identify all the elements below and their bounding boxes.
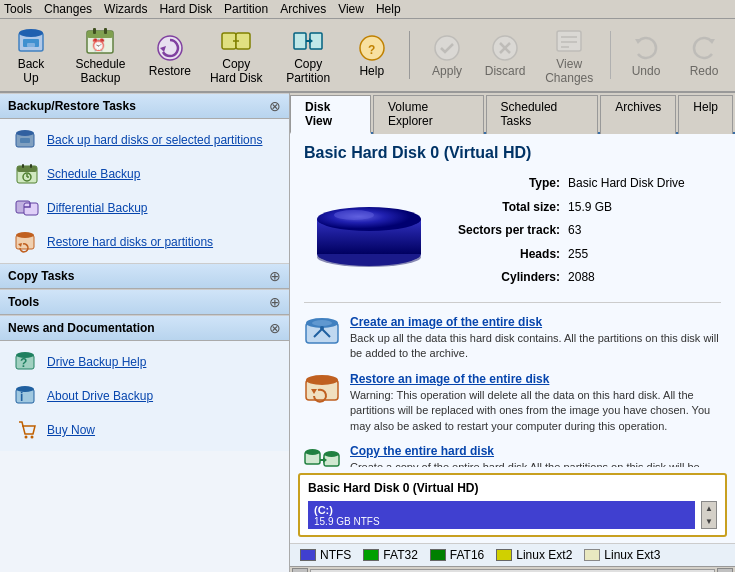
legend-linux-ext3-label: Linux Ext3 — [604, 548, 660, 562]
legend-ntfs: NTFS — [300, 548, 351, 562]
copy-tasks-section-header[interactable]: Copy Tasks ⊕ — [0, 263, 289, 289]
svg-rect-34 — [22, 164, 24, 168]
copy-hd-icon — [220, 25, 252, 57]
backup-restore-section-header[interactable]: Backup/Restore Tasks ⊗ — [0, 93, 289, 119]
restore-hd-item[interactable]: Restore hard disks or partitions — [0, 225, 289, 259]
disk-visual — [304, 189, 434, 272]
news-docs-content: ? Drive Backup Help i About Drive Backup… — [0, 341, 289, 451]
disk-info-area: Type: Basic Hard Disk Drive Total size: … — [304, 172, 721, 303]
toolbar-separator-2 — [610, 31, 611, 79]
buy-now-item[interactable]: Buy Now — [0, 413, 289, 447]
menu-wizards[interactable]: Wizards — [104, 2, 147, 16]
menu-changes[interactable]: Changes — [44, 2, 92, 16]
svg-point-56 — [334, 210, 374, 220]
differential-backup-icon — [15, 196, 39, 220]
svg-point-60 — [320, 326, 324, 330]
restore-image-action: Restore an image of the entire disk Warn… — [304, 372, 721, 434]
schedule-backup-button[interactable]: ⏰ Schedule Backup — [64, 23, 137, 87]
backup-restore-content: Back up hard disks or selected partition… — [0, 119, 289, 263]
svg-text:⏰: ⏰ — [91, 37, 106, 52]
drive-help-item[interactable]: ? Drive Backup Help — [0, 345, 289, 379]
about-icon: i — [15, 384, 39, 408]
differential-backup-item[interactable]: Differential Backup — [0, 191, 289, 225]
menu-partition[interactable]: Partition — [224, 2, 268, 16]
tab-archives[interactable]: Archives — [600, 95, 676, 134]
restore-image-desc: Warning: This operation will delete all … — [350, 389, 710, 432]
svg-point-30 — [16, 130, 34, 136]
partition-size: 15.9 GB NTFS — [314, 516, 380, 527]
tab-bar: Disk View Volume Explorer Scheduled Task… — [290, 93, 735, 134]
svg-point-19 — [435, 36, 459, 60]
total-size-value: 15.9 GB — [564, 196, 689, 220]
restore-image-link[interactable]: Restore an image of the entire disk — [350, 372, 721, 386]
menu-archives[interactable]: Archives — [280, 2, 326, 16]
copy-disk-icon — [304, 444, 340, 467]
create-image-link[interactable]: Create an image of the entire disk — [350, 315, 721, 329]
scroll-track[interactable] — [310, 569, 715, 573]
svg-rect-35 — [30, 164, 32, 168]
tab-help[interactable]: Help — [678, 95, 733, 134]
menu-harddisk[interactable]: Hard Disk — [159, 2, 212, 16]
disk-legend: NTFS FAT32 FAT16 Linux Ext2 Linux Ext3 — [290, 543, 735, 566]
tools-section-header[interactable]: Tools ⊕ — [0, 289, 289, 315]
about-item[interactable]: i About Drive Backup — [0, 379, 289, 413]
create-image-desc: Back up all the data this hard disk cont… — [350, 332, 719, 359]
scroll-right-button[interactable]: ► — [717, 568, 733, 573]
view-changes-button[interactable]: View Changes — [538, 23, 600, 87]
restore-button[interactable]: Restore — [145, 30, 195, 80]
svg-rect-14 — [294, 33, 306, 49]
disk-title: Basic Hard Disk 0 (Virtual HD) — [304, 144, 721, 162]
disk-bar-container: Basic Hard Disk 0 (Virtual HD) (C:) 15.9… — [298, 473, 727, 537]
tab-volume-explorer[interactable]: Volume Explorer — [373, 95, 484, 134]
undo-icon — [630, 32, 662, 64]
disk-bar-scrollbar[interactable]: ▲ ▼ — [701, 501, 717, 529]
undo-button[interactable]: Undo — [621, 30, 671, 80]
copy-hd-button[interactable]: Copy Hard Disk — [203, 23, 270, 87]
sectors-label: Sectors per track: — [454, 219, 564, 243]
svg-point-67 — [324, 451, 339, 457]
scroll-left-button[interactable]: ◄ — [292, 568, 308, 573]
disk-specs: Type: Basic Hard Disk Drive Total size: … — [454, 172, 689, 290]
legend-linux-ext3-color — [584, 549, 600, 561]
redo-button[interactable]: Redo — [679, 30, 729, 80]
legend-linux-ext3: Linux Ext3 — [584, 548, 660, 562]
copy-partition-button[interactable]: Copy Partition — [278, 23, 339, 87]
buy-now-icon — [15, 418, 39, 442]
schedule-icon: ⏰ — [84, 25, 116, 57]
right-panel: Disk View Volume Explorer Scheduled Task… — [290, 93, 735, 572]
apply-button[interactable]: Apply — [422, 30, 472, 80]
horizontal-scrollbar[interactable]: ◄ ► — [290, 566, 735, 572]
legend-fat16: FAT16 — [430, 548, 484, 562]
menu-help[interactable]: Help — [376, 2, 401, 16]
news-docs-section-header[interactable]: News and Documentation ⊗ — [0, 315, 289, 341]
backup-hd-icon — [15, 128, 39, 152]
cylinders-label: Cylinders: — [454, 266, 564, 290]
copy-disk-link[interactable]: Copy the entire hard disk — [350, 444, 721, 458]
tab-scheduled-tasks[interactable]: Scheduled Tasks — [486, 95, 599, 134]
backup-hd-item[interactable]: Back up hard disks or selected partition… — [0, 123, 289, 157]
help-icon: ? — [356, 32, 388, 64]
schedule-backup-item[interactable]: Schedule Backup — [0, 157, 289, 191]
restore-icon — [154, 32, 186, 64]
partition-label: (C:) — [314, 504, 380, 516]
partition-block[interactable]: (C:) 15.9 GB NTFS — [308, 501, 695, 529]
total-size-label: Total size: — [454, 196, 564, 220]
toolbar: Back Up ⏰ Schedule Backup Restore Copy H… — [0, 19, 735, 93]
discard-button[interactable]: Discard — [480, 30, 530, 80]
copy-disk-desc: Create a copy of the entire hard disk Al… — [350, 461, 700, 467]
type-value: Basic Hard Disk Drive — [564, 172, 689, 196]
apply-icon — [431, 32, 463, 64]
tab-disk-view[interactable]: Disk View — [290, 95, 371, 134]
schedule-backup-task-icon — [15, 162, 39, 186]
backup-button[interactable]: Back Up — [6, 23, 56, 87]
menu-view[interactable]: View — [338, 2, 364, 16]
drive-help-icon: ? — [15, 350, 39, 374]
disk-bar: (C:) 15.9 GB NTFS ▲ ▼ — [308, 501, 717, 529]
legend-fat16-color — [430, 549, 446, 561]
svg-rect-31 — [20, 138, 30, 143]
menu-tools[interactable]: Tools — [4, 2, 32, 16]
main-container: Backup/Restore Tasks ⊗ Back up hard disk… — [0, 93, 735, 572]
help-toolbar-button[interactable]: ? Help — [347, 30, 397, 80]
svg-point-59 — [312, 320, 332, 326]
restore-image-text: Restore an image of the entire disk Warn… — [350, 372, 721, 434]
